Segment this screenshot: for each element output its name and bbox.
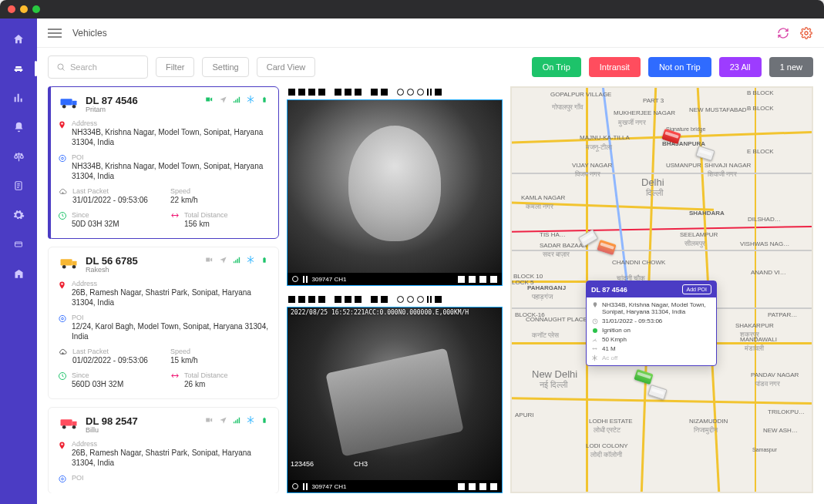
video-layout-toolbar[interactable]: [287, 86, 503, 97]
video-controls[interactable]: 309747 CH1: [288, 273, 502, 285]
nav-settings[interactable]: [7, 205, 30, 225]
clock-icon: [58, 211, 67, 229]
settings-icon[interactable]: [799, 26, 813, 40]
vehicle-card[interactable]: DL 98 2547 Billu Address26B,: [48, 407, 279, 493]
nav-org[interactable]: [7, 264, 30, 284]
svg-point-2: [805, 32, 808, 35]
expand-icon[interactable]: [479, 483, 486, 490]
mic-icon[interactable]: [469, 276, 476, 283]
snapshot-icon[interactable]: [458, 276, 465, 283]
filter-all-button[interactable]: 23 All: [719, 57, 762, 77]
svg-rect-14: [72, 261, 77, 266]
map-label: Samaspur: [752, 447, 777, 452]
video-player[interactable]: 309747 CH1: [287, 99, 503, 286]
vehicle-list: DL 87 4546 Pritam AddressNH33: [48, 86, 279, 493]
expand-icon[interactable]: [479, 276, 486, 283]
svg-point-7: [72, 105, 76, 109]
poi-icon: [58, 154, 67, 163]
map-marker[interactable]: [634, 369, 653, 385]
svg-rect-18: [264, 257, 264, 257]
topbar: Vehicles: [37, 18, 824, 48]
filter-ontrip-button[interactable]: On Trip: [532, 57, 581, 77]
video-controls[interactable]: 309747 CH1: [288, 480, 502, 492]
vehicle-card[interactable]: DL 87 4546 Pritam AddressNH33: [48, 86, 279, 239]
nav-home[interactable]: [7, 29, 30, 49]
cloud-icon: [58, 187, 68, 205]
map-label: SADAR BAZAAR: [540, 242, 587, 249]
svg-rect-23: [72, 422, 77, 426]
video-overlay-timestamp: 2022/08/25 16:52:221ACC:0.000N0.000000.E…: [288, 307, 502, 318]
add-poi-button[interactable]: Add POI: [682, 284, 711, 294]
menu-toggle[interactable]: [48, 29, 62, 38]
toolbar: Search Filter Setting Card View On Trip …: [37, 48, 824, 86]
map-label: NIZAMUDDIN: [689, 418, 728, 425]
video-column: 309747 CH1: [287, 86, 503, 493]
record-icon[interactable]: [292, 276, 298, 282]
fullscreen-icon[interactable]: [490, 483, 497, 490]
video-layout-toolbar[interactable]: [287, 294, 503, 304]
mic-icon[interactable]: [469, 483, 476, 490]
map-label: LODHI ESTATE: [589, 418, 633, 425]
distance-icon: [170, 371, 180, 389]
map-label: CHANDNI CHOWK: [612, 259, 665, 266]
svg-rect-22: [61, 419, 72, 425]
nav-docs[interactable]: [7, 176, 30, 196]
vehicle-card[interactable]: DL 56 6785 Rakesh Address26B,: [48, 247, 279, 399]
map-label: E BLOCK: [747, 148, 774, 155]
distance-icon: [170, 211, 180, 229]
window-min-dot[interactable]: [20, 5, 28, 13]
map-popup: DL 87 4546 Add POI NH334B, Krishna Nagar…: [586, 281, 717, 366]
view-toggle-button[interactable]: Card View: [257, 57, 316, 77]
filter-intransit-button[interactable]: Intransit: [589, 57, 641, 77]
map-label: मंडावली: [745, 344, 764, 353]
location-icon: [218, 415, 227, 425]
filter-button[interactable]: Filter: [156, 57, 194, 77]
video-id: 309747 CH1: [312, 483, 347, 490]
map-marker[interactable]: [597, 240, 616, 255]
refresh-icon[interactable]: [776, 26, 790, 40]
map-marker[interactable]: [647, 385, 667, 400]
window-max-dot[interactable]: [32, 5, 40, 13]
window-close-dot[interactable]: [8, 5, 15, 13]
signal-icon: [232, 255, 241, 264]
pause-icon[interactable]: [303, 276, 308, 283]
map-label: दिल्ली: [646, 188, 663, 198]
nav-scales[interactable]: [7, 146, 30, 166]
nav-reports[interactable]: [7, 88, 30, 108]
video-player[interactable]: 2022/08/25 16:52:221ACC:0.000N0.000000.E…: [287, 307, 503, 493]
svg-point-10: [62, 157, 64, 160]
search-input[interactable]: Search: [48, 55, 148, 79]
nav-trips[interactable]: [7, 234, 30, 254]
map-label: मुखर्जी नगर: [618, 119, 646, 127]
filter-notontrip-button[interactable]: Not on Trip: [648, 57, 711, 77]
svg-rect-26: [263, 418, 265, 422]
map-label: DILSHAD…: [748, 216, 781, 223]
clock-icon: [58, 371, 67, 389]
fullscreen-icon[interactable]: [490, 276, 497, 283]
svg-point-25: [72, 425, 76, 429]
clock-icon: [591, 318, 598, 324]
snapshot-icon[interactable]: [458, 483, 465, 490]
map-label: सीलमपुर: [684, 240, 705, 248]
map-label: BLOCK-16: [515, 311, 545, 318]
svg-rect-1: [15, 242, 22, 247]
search-icon: [56, 62, 66, 72]
map-label: B BLOCK: [747, 89, 774, 96]
distance-icon: [591, 345, 598, 352]
nav-alerts[interactable]: [7, 117, 30, 137]
pin-icon: [58, 281, 67, 290]
record-icon[interactable]: [292, 483, 298, 489]
setting-button[interactable]: Setting: [202, 57, 248, 77]
snowflake-icon: [246, 95, 255, 104]
svg-point-11: [59, 155, 66, 161]
map-label: SHAHDARA: [689, 210, 725, 217]
pause-icon[interactable]: [303, 483, 308, 490]
svg-point-20: [59, 315, 66, 321]
camera-icon: [204, 95, 214, 104]
battery-icon: [260, 95, 269, 104]
filter-new-button[interactable]: 1 new: [769, 57, 813, 77]
map-panel[interactable]: GOPALPUR VILLAGE गोपालपुर गाँव PART 3 MU…: [510, 86, 813, 493]
map-marker[interactable]: [695, 146, 715, 161]
nav-vehicles[interactable]: [7, 59, 30, 79]
map-label: NEW ASH…: [763, 427, 798, 434]
